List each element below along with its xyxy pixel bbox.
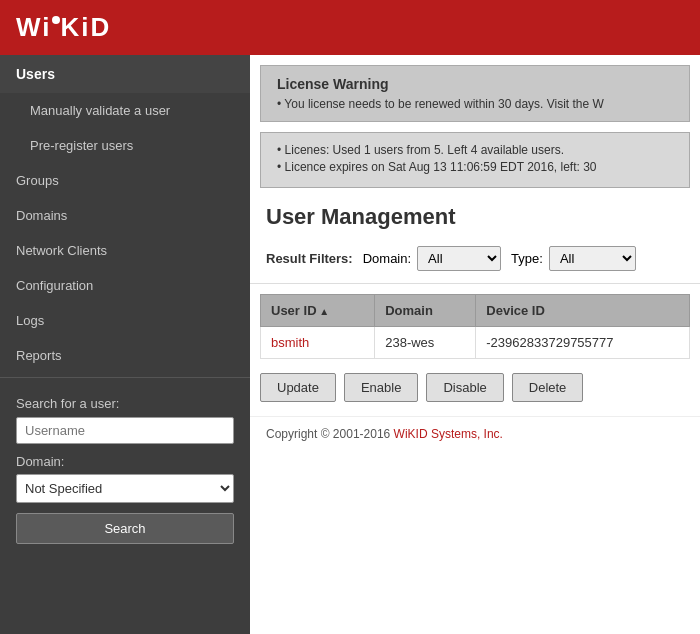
- sidebar-item-manually-validate[interactable]: Manually validate a user: [0, 93, 250, 128]
- app-header: WiKiD: [0, 0, 700, 55]
- sidebar-search-section: Search for a user: Domain: Not Specified…: [0, 382, 250, 552]
- update-button[interactable]: Update: [260, 373, 336, 402]
- user-deviceid-cell: -23962833729755777: [476, 327, 690, 359]
- main-layout: Users Manually validate a user Pre-regis…: [0, 55, 700, 634]
- page-title: User Management: [250, 188, 700, 238]
- main-content: License Warning You license needs to be …: [250, 55, 700, 634]
- domain-filter-label: Domain:: [363, 251, 411, 266]
- action-buttons: Update Enable Disable Delete: [250, 359, 700, 416]
- license-warning-message: You license needs to be renewed within 3…: [277, 97, 673, 111]
- sidebar-item-users[interactable]: Users: [0, 55, 250, 93]
- domain-filter-group: Domain: All 238-wes: [363, 246, 501, 271]
- col-deviceid: Device ID: [476, 295, 690, 327]
- sidebar-item-logs[interactable]: Logs: [0, 303, 250, 338]
- type-filter-select[interactable]: All TOTP Standard: [549, 246, 636, 271]
- sidebar-item-reports[interactable]: Reports: [0, 338, 250, 373]
- sidebar-item-domains[interactable]: Domains: [0, 198, 250, 233]
- col-domain: Domain: [375, 295, 476, 327]
- info-line2: Licence expires on Sat Aug 13 11:06:59 E…: [277, 160, 673, 174]
- domain-select[interactable]: Not Specified All 238-wes: [16, 474, 234, 503]
- license-warning-title: License Warning: [277, 76, 673, 92]
- search-input[interactable]: [16, 417, 234, 444]
- sidebar-item-pre-register[interactable]: Pre-register users: [0, 128, 250, 163]
- info-banner: Licenes: Used 1 users from 5. Left 4 ava…: [260, 132, 690, 188]
- search-button[interactable]: Search: [16, 513, 234, 544]
- search-for-user-label: Search for a user:: [16, 396, 234, 411]
- type-filter-group: Type: All TOTP Standard: [511, 246, 636, 271]
- result-filters-label: Result Filters:: [266, 251, 353, 266]
- result-filters: Result Filters: Domain: All 238-wes Type…: [250, 238, 700, 284]
- sidebar: Users Manually validate a user Pre-regis…: [0, 55, 250, 634]
- table-row: bsmith 238-wes -23962833729755777: [261, 327, 690, 359]
- footer: Copyright © 2001-2016 WiKID Systems, Inc…: [250, 416, 700, 451]
- user-table: User ID Domain Device ID bsmith 238-wes …: [260, 294, 690, 359]
- domain-filter-select[interactable]: All 238-wes: [417, 246, 501, 271]
- col-userid[interactable]: User ID: [261, 295, 375, 327]
- sidebar-item-configuration[interactable]: Configuration: [0, 268, 250, 303]
- license-warning-banner: License Warning You license needs to be …: [260, 65, 690, 122]
- footer-link[interactable]: WiKID Systems, Inc.: [394, 427, 503, 441]
- enable-button[interactable]: Enable: [344, 373, 418, 402]
- app-logo: WiKiD: [16, 12, 111, 43]
- user-domain-cell: 238-wes: [375, 327, 476, 359]
- sidebar-item-groups[interactable]: Groups: [0, 163, 250, 198]
- user-id-cell[interactable]: bsmith: [261, 327, 375, 359]
- disable-button[interactable]: Disable: [426, 373, 503, 402]
- domain-label: Domain:: [16, 454, 234, 469]
- type-filter-label: Type:: [511, 251, 543, 266]
- delete-button[interactable]: Delete: [512, 373, 584, 402]
- sidebar-item-network-clients[interactable]: Network Clients: [0, 233, 250, 268]
- footer-text: Copyright © 2001-2016: [266, 427, 394, 441]
- info-line1: Licenes: Used 1 users from 5. Left 4 ava…: [277, 143, 673, 157]
